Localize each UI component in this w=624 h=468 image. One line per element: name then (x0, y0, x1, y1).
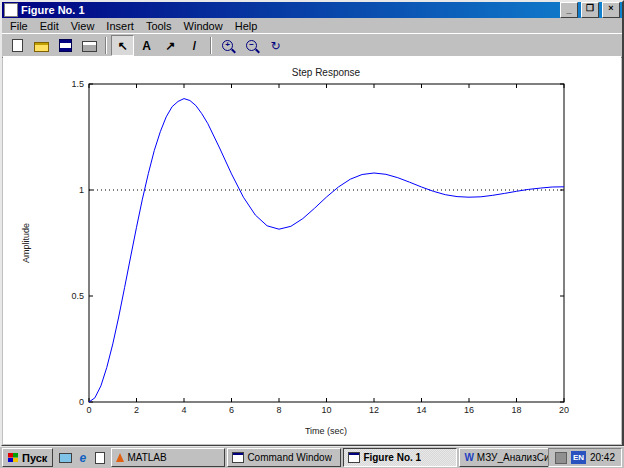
menu-insert[interactable]: Insert (100, 19, 140, 33)
menu-edit[interactable]: Edit (34, 19, 65, 33)
desktop-icon (59, 453, 72, 463)
print-icon (82, 41, 97, 52)
toolbar-separator (210, 37, 212, 54)
taskbar: Пуск e MATLAB Command Window Figure No. … (0, 446, 624, 468)
task-word-document[interactable]: W МЗУ_АнализСист.ЦифрСУ (459, 448, 548, 467)
x-tick-label: 2 (134, 405, 139, 415)
x-tick-label: 20 (559, 405, 569, 415)
x-tick-label: 0 (86, 405, 91, 415)
task-buttons: MATLAB Command Window Figure No. 1 W МЗУ… (110, 448, 548, 467)
open-button[interactable] (30, 35, 53, 56)
print-button[interactable] (78, 35, 101, 56)
plot-area[interactable]: 0246810121416182000.511.5 Step Response … (3, 56, 619, 444)
menu-window[interactable]: Window (178, 19, 229, 33)
tray-status-icon[interactable] (555, 452, 567, 464)
task-matlab[interactable]: MATLAB (111, 448, 225, 467)
start-button[interactable]: Пуск (2, 448, 53, 467)
menubar: File Edit View Insert Tools Window Help (2, 18, 622, 33)
titlebar[interactable]: Figure No. 1 _ ❐ × (2, 2, 622, 18)
x-tick-label: 14 (416, 405, 426, 415)
x-tick-label: 18 (511, 405, 521, 415)
start-button-label: Пуск (22, 452, 47, 464)
x-tick-label: 6 (229, 405, 234, 415)
task-figure-1[interactable]: Figure No. 1 (343, 448, 457, 467)
chart-title: Step Response (292, 67, 361, 78)
desktop: { "window": { "title": "Figure No. 1", "… (0, 0, 624, 468)
menu-file[interactable]: File (4, 19, 34, 33)
y-tick-label: 1 (79, 185, 84, 195)
line-annotation-icon: / (193, 39, 196, 53)
y-tick-label: 0.5 (71, 291, 84, 301)
show-desktop-button[interactable] (59, 452, 72, 464)
save-button[interactable] (54, 35, 77, 56)
language-indicator[interactable]: EN (571, 451, 586, 464)
x-tick-label: 8 (276, 405, 281, 415)
rotate-3d-button[interactable]: ↻ (264, 35, 287, 56)
task-command-window[interactable]: Command Window (227, 448, 341, 467)
menu-view[interactable]: View (65, 19, 101, 33)
matlab-icon (116, 453, 124, 462)
window-title: Figure No. 1 (21, 4, 557, 16)
figure-window-icon (4, 3, 18, 17)
figure-window: Figure No. 1 _ ❐ × File Edit View Insert… (0, 0, 624, 447)
new-figure-icon (12, 39, 23, 52)
toolbar-separator (105, 37, 107, 54)
line-tool-button[interactable]: / (183, 35, 206, 56)
maximize-button[interactable]: ❐ (581, 2, 599, 18)
minimize-button[interactable]: _ (560, 2, 578, 18)
save-floppy-icon (59, 39, 72, 52)
y-axis-label: Amplitude (21, 223, 31, 263)
zoom-in-button[interactable]: + (216, 35, 239, 56)
menu-tools[interactable]: Tools (140, 19, 178, 33)
pointer-tool-button[interactable]: ↖ (111, 35, 134, 56)
quick-launch-document-button[interactable] (93, 452, 106, 464)
internet-explorer-icon: e (80, 452, 87, 464)
command-window-icon (232, 452, 244, 463)
y-tick-label: 1.5 (71, 79, 84, 89)
pointer-icon: ↖ (117, 39, 127, 53)
x-tick-label: 12 (369, 405, 379, 415)
arrow-tool-button[interactable]: ↗ (159, 35, 182, 56)
windows-flag-icon (8, 453, 18, 462)
x-tick-label: 10 (321, 405, 331, 415)
zoom-out-button[interactable]: − (240, 35, 263, 56)
x-tick-label: 4 (181, 405, 186, 415)
quick-launch: e (55, 452, 110, 464)
text-tool-icon: A (142, 39, 151, 53)
word-document-icon: W (464, 452, 473, 463)
clock: 20:42 (590, 452, 615, 463)
zoom-out-icon: − (246, 40, 257, 51)
menu-help[interactable]: Help (229, 19, 264, 33)
arrow-annotation-icon: ↗ (165, 39, 175, 53)
rotate-3d-icon: ↻ (270, 39, 280, 53)
document-icon (95, 452, 105, 464)
open-folder-icon (34, 42, 49, 52)
system-tray: EN 20:42 (548, 448, 622, 467)
zoom-in-icon: + (222, 40, 233, 51)
x-tick-label: 16 (464, 405, 474, 415)
text-tool-button[interactable]: A (135, 35, 158, 56)
close-button[interactable]: × (602, 2, 620, 18)
figure-canvas[interactable]: 0246810121416182000.511.5 Step Response … (3, 56, 621, 444)
toolbar: ↖ A ↗ / + − ↻ (2, 33, 622, 58)
internet-explorer-button[interactable]: e (76, 452, 89, 464)
y-tick-label: 0 (79, 397, 84, 407)
figure-icon (348, 452, 360, 463)
x-axis-label: Time (sec) (305, 426, 347, 436)
new-figure-button[interactable] (6, 35, 29, 56)
